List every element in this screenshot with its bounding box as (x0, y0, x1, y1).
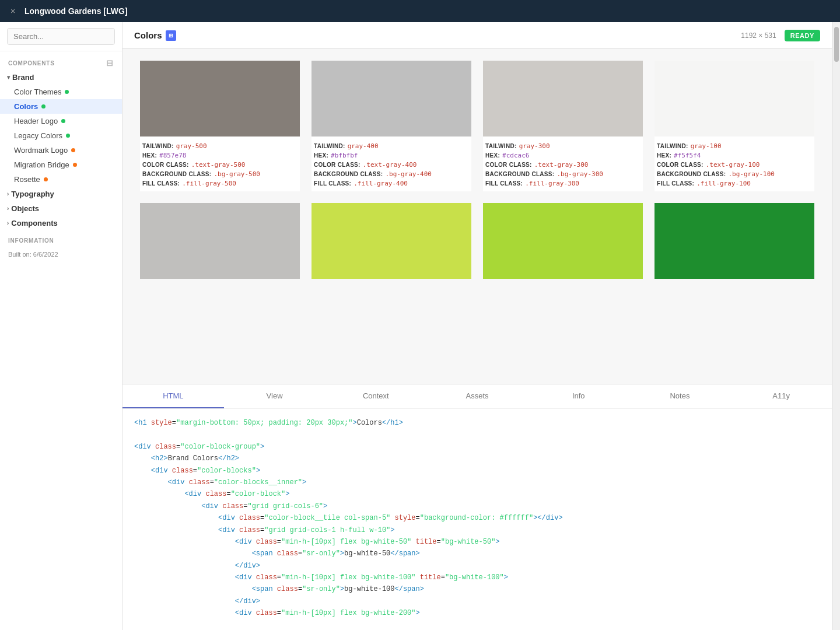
title-bar: × Longwood Gardens [LWG] (0, 0, 840, 22)
color-swatch (483, 61, 643, 136)
search-bar[interactable] (0, 22, 122, 51)
color-card (654, 203, 814, 279)
page-title: Colors ⊞ (134, 30, 176, 41)
tab-html[interactable]: HTML (123, 384, 224, 408)
code-line: </div> (134, 560, 820, 572)
main-panel: Colors ⊞ 1192 × 531 READY TAILWIND: gray… (123, 22, 832, 630)
tab-context[interactable]: Context (325, 384, 426, 408)
legacy-colors-status-dot (66, 134, 70, 138)
code-line: <div class="grid grid-cols-1 h-full w-10… (134, 524, 820, 536)
tab-info[interactable]: Info (528, 384, 629, 408)
top-bar: Colors ⊞ 1192 × 531 READY (123, 22, 832, 49)
color-card: TAILWIND: gray-500 HEX: #857e78 COLOR CL… (140, 61, 300, 191)
code-line (134, 429, 820, 440)
code-line: <div class="color-blocks__inner"> (134, 477, 820, 488)
code-line: </div> (134, 596, 820, 607)
chevron-right-icon: › (7, 191, 9, 197)
typography-group-label: Typography (11, 190, 54, 198)
code-line: <span class="sr-only">bg-white-100</span… (134, 583, 820, 595)
brand-group-label: Brand (12, 73, 34, 82)
built-on-text: Built on: 6/6/2022 (0, 249, 122, 264)
sidebar-group-components[interactable]: › Components (0, 216, 122, 230)
color-swatch (654, 61, 814, 136)
tab-assets[interactable]: Assets (426, 384, 528, 408)
info-section: INFORMATION (0, 230, 122, 249)
components-section-label: COMPONENTS ⊟ (0, 51, 122, 70)
ready-badge: READY (785, 30, 820, 41)
wordmark-logo-label: Wordmark Logo (14, 146, 68, 155)
app-body: COMPONENTS ⊟ ▾ Brand Color Themes Colors… (0, 22, 840, 630)
color-card (483, 203, 643, 279)
color-card: TAILWIND: gray-400 HEX: #bfbfbf COLOR CL… (312, 61, 471, 191)
rosette-status-dot (44, 177, 48, 181)
code-line: <div class="color-block-group"> (134, 441, 820, 453)
sidebar-item-color-themes[interactable]: Color Themes (0, 85, 122, 99)
search-input[interactable] (7, 28, 115, 45)
information-label: INFORMATION (8, 237, 114, 244)
main-area: Colors ⊞ 1192 × 531 READY TAILWIND: gray… (123, 22, 840, 630)
code-line: <div class="min-h-[10px] flex bg-white-2… (134, 607, 820, 619)
tabs-bar: HTML View Context Assets Info Notes A11y (123, 384, 832, 408)
color-swatch (483, 203, 643, 279)
colors-status-dot (41, 104, 46, 108)
tab-view[interactable]: View (224, 384, 326, 408)
colors-label: Colors (14, 102, 38, 111)
rosette-label: Rosette (14, 175, 40, 184)
right-scrollbar[interactable] (832, 22, 840, 630)
code-line: <span class="sr-only">bg-white-50</span> (134, 548, 820, 559)
scrollbar-thumb[interactable] (834, 27, 839, 62)
code-line: <div class="color-block"> (134, 488, 820, 500)
tab-a11y[interactable]: A11y (730, 384, 832, 408)
color-swatch (140, 203, 300, 279)
color-card: TAILWIND: gray-100 HEX: #f5f5f4 COLOR CL… (654, 61, 814, 191)
color-swatch (140, 61, 300, 136)
tab-notes[interactable]: Notes (629, 384, 731, 408)
collapse-icon[interactable]: ⊟ (106, 58, 114, 68)
sidebar-item-header-logo[interactable]: Header Logo (0, 114, 122, 128)
color-swatch (312, 203, 471, 279)
legacy-colors-label: Legacy Colors (14, 131, 62, 140)
code-line: <div class="color-blocks"> (134, 465, 820, 477)
color-swatch (312, 61, 471, 136)
app-title: Longwood Gardens [LWG] (24, 6, 128, 16)
sidebar-item-legacy-colors[interactable]: Legacy Colors (0, 128, 122, 143)
code-line: <h2>Brand Colors</h2> (134, 453, 820, 464)
color-swatch (654, 203, 814, 279)
sidebar: COMPONENTS ⊟ ▾ Brand Color Themes Colors… (0, 22, 123, 630)
wordmark-logo-status-dot (71, 148, 75, 152)
sidebar-group-brand[interactable]: ▾ Brand (0, 70, 122, 85)
chevron-right-icon-2: › (7, 205, 9, 212)
objects-group-label: Objects (11, 204, 39, 213)
chevron-down-icon: ▾ (7, 74, 10, 80)
components-group-label: Components (11, 219, 57, 228)
code-panel: <h1 style="margin-bottom: 50px; padding:… (123, 408, 832, 630)
header-logo-label: Header Logo (14, 117, 58, 125)
code-line: <div class="grid grid-cols-6"> (134, 501, 820, 512)
color-themes-status-dot (65, 90, 69, 94)
preview-area: TAILWIND: gray-500 HEX: #857e78 COLOR CL… (123, 49, 832, 384)
close-button[interactable]: × (7, 5, 19, 17)
frame-icon: ⊞ (166, 30, 176, 41)
code-line: <div class="color-block__tile col-span-5… (134, 512, 820, 524)
dimensions-text: 1192 × 531 (741, 32, 776, 40)
migration-bridge-status-dot (73, 163, 77, 167)
sidebar-item-migration-bridge[interactable]: Migration Bridge (0, 158, 122, 172)
sidebar-group-objects[interactable]: › Objects (0, 201, 122, 216)
color-card (312, 203, 471, 279)
color-card: TAILWIND: gray-300 HEX: #cdcac6 COLOR CL… (483, 61, 643, 191)
code-line: <div class="min-h-[10px] flex bg-white-5… (134, 536, 820, 548)
brand-items: Color Themes Colors Header Logo Legacy C… (0, 85, 122, 187)
sidebar-item-colors[interactable]: Colors (0, 99, 122, 114)
color-grid-row1: TAILWIND: gray-500 HEX: #857e78 COLOR CL… (140, 61, 814, 191)
sidebar-item-wordmark-logo[interactable]: Wordmark Logo (0, 143, 122, 158)
code-line: <h1 style="margin-bottom: 50px; padding:… (134, 417, 820, 429)
sidebar-group-typography[interactable]: › Typography (0, 187, 122, 201)
code-line: <div class="min-h-[10px] flex bg-white-1… (134, 572, 820, 583)
color-themes-label: Color Themes (14, 88, 61, 96)
header-logo-status-dot (61, 119, 65, 123)
color-grid-row2 (140, 203, 814, 279)
migration-bridge-label: Migration Bridge (14, 160, 69, 169)
color-card (140, 203, 300, 279)
sidebar-item-rosette[interactable]: Rosette (0, 172, 122, 187)
chevron-right-icon-3: › (7, 220, 9, 226)
